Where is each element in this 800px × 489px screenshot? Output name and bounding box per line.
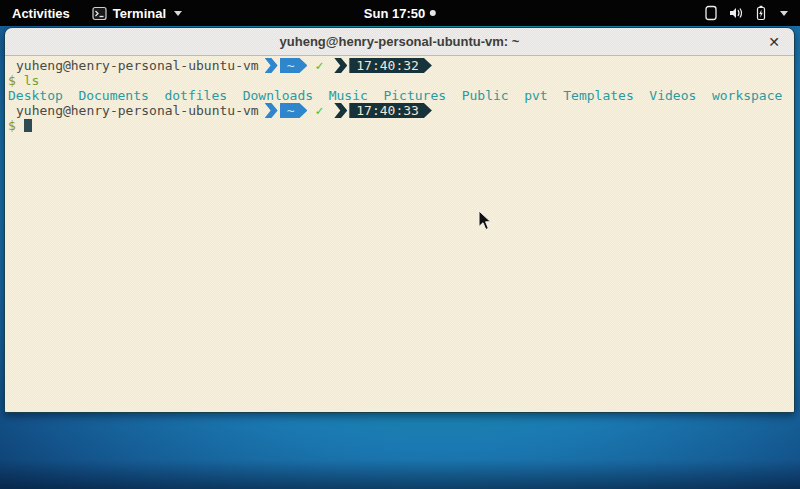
prompt-cwd-badge: ~ [280,103,308,118]
terminal-command-line: $ls [8,73,791,88]
prompt-time-badge: 17:40:33 [349,103,432,118]
prompt-time-badge: 17:40:32 [349,58,432,73]
directory-entry: Desktop [8,88,63,103]
clock[interactable]: Sun 17:50 [364,0,436,26]
terminal-ls-output: DesktopDocumentsdotfilesDownloadsMusicPi… [8,88,791,103]
desktop-background: Activities Terminal Sun 17:50 [0,0,800,489]
directory-entry: Pictures [383,88,446,103]
prompt-dollar: $ [8,118,16,133]
directory-entry: Public [462,88,509,103]
typed-command: ls [24,73,40,88]
directory-entry: Templates [563,88,633,103]
app-menu[interactable]: Terminal [82,0,192,26]
terminal-window: yuheng@henry-personal-ubuntu-vm: ~ ✕ yuh… [4,27,795,413]
terminal-input-line[interactable]: $ [8,118,791,133]
terminal-prompt-line-2: yuheng@henry-personal-ubuntu-vm ~ ✓ 17:4… [8,103,791,118]
powerline-arrow-icon [334,103,347,118]
chevron-down-icon [174,11,182,16]
notification-dot [430,10,436,16]
prompt-user-host: yuheng@henry-personal-ubuntu-vm [16,103,259,118]
directory-entry: dotfiles [164,88,227,103]
terminal-icon [92,6,107,21]
directory-entry: workspace [712,88,782,103]
tray-chevron-down-icon [780,11,788,16]
directory-entry: Music [329,88,368,103]
close-button[interactable]: ✕ [764,35,784,49]
powerline-arrow-icon [265,58,278,73]
battery-charging-icon [753,5,769,21]
directory-entry: pvt [524,88,547,103]
powerline-arrow-icon [334,58,347,73]
directory-entry: Videos [649,88,696,103]
prompt-user-host: yuheng@henry-personal-ubuntu-vm [16,58,259,73]
volume-icon [728,5,744,21]
clock-label: Sun 17:50 [364,6,425,21]
screen-icon [703,5,719,21]
mouse-cursor [478,210,494,232]
directory-entry: Downloads [243,88,313,103]
prompt-check-mark: ✓ [315,58,323,73]
app-menu-label: Terminal [113,6,166,21]
window-titlebar[interactable]: yuheng@henry-personal-ubuntu-vm: ~ ✕ [5,28,794,56]
window-title: yuheng@henry-personal-ubuntu-vm: ~ [280,34,520,49]
powerline-arrow-icon [265,103,278,118]
system-tray[interactable] [703,0,800,26]
prompt-check-mark: ✓ [315,103,323,118]
activities-button[interactable]: Activities [0,0,82,26]
directory-entry: Documents [78,88,148,103]
prompt-dollar: $ [8,73,16,88]
terminal-cursor [24,119,32,132]
terminal-content[interactable]: yuheng@henry-personal-ubuntu-vm ~ ✓ 17:4… [5,56,794,412]
terminal-prompt-line-1: yuheng@henry-personal-ubuntu-vm ~ ✓ 17:4… [8,58,791,73]
top-bar: Activities Terminal Sun 17:50 [0,0,800,26]
prompt-cwd-badge: ~ [280,58,308,73]
